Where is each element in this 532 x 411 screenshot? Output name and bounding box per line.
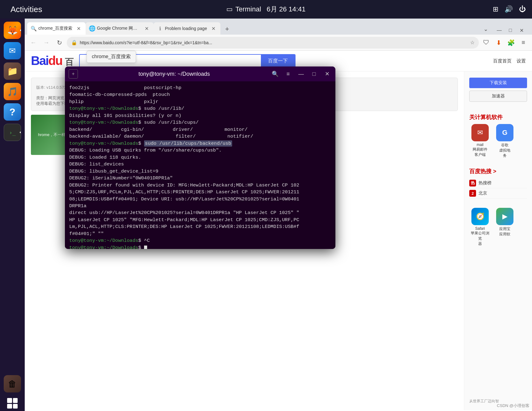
terminal-add-tab-icon[interactable]: + <box>69 69 78 79</box>
sidebar-google-label: 谷歌虚拟地务 <box>494 143 516 158</box>
trending-item-2[interactable]: 2 北京 <box>469 188 527 199</box>
tab-title-2: Google Chrome 网络浏览 <box>97 26 140 31</box>
appstore-glyph: ▶ <box>502 212 508 220</box>
term-highlight-9: sudo /usr/lib/cups/backend/usb <box>144 140 232 147</box>
active-indicator <box>20 30 21 31</box>
terminal-menu-button[interactable]: ≡ <box>283 69 293 79</box>
bookmark-star-icon[interactable]: ☆ <box>470 40 475 45</box>
address-bar[interactable]: 🔒 https://www.baidu.com/s?ie=utf-8&f=8&r… <box>67 37 479 49</box>
terminal-maximize-button[interactable]: □ <box>309 69 319 79</box>
appstore-icon: ▶ <box>496 208 513 225</box>
terminal-tab-icon: ▭ <box>226 5 233 13</box>
term-line-6: tony@tony-vm:~/Downloads$ sudo /usr/lib/… <box>69 119 331 126</box>
terminal-title-text: tony@tony-vm: ~/Downloads <box>82 71 267 77</box>
term-line-8: backend-available/ daemon/ filter/ notif… <box>69 133 331 140</box>
sidebar-appstore[interactable]: ▶ 应用宝应用软 <box>494 208 516 246</box>
tab-favicon-3: ℹ <box>157 26 163 31</box>
dock-icon-firefox[interactable]: 🦊 <box>4 22 21 39</box>
network-icon[interactable]: ⊞ <box>493 5 498 13</box>
google-glyph: G <box>502 129 507 137</box>
menu-button[interactable]: ≡ <box>518 37 529 48</box>
term-cmd-4: $ sudo /usr/lib/ <box>138 106 184 111</box>
browser-window-controls: — □ ✕ <box>491 26 530 35</box>
shield-button[interactable]: 🛡 <box>481 37 492 48</box>
term-cmd-24: $ <box>138 245 144 249</box>
extensions-button[interactable]: 🧩 <box>505 37 517 48</box>
trending-num-2: 2 <box>469 190 476 197</box>
music-icon: 🎵 <box>7 87 18 97</box>
baidu-search-button[interactable]: 百度一下 <box>261 55 295 67</box>
dock-icon-terminal[interactable]: ›_ <box>4 124 21 141</box>
term-line-12: DEBUG: list_devices <box>69 161 331 168</box>
baidu-settings-link[interactable]: 设置 <box>517 58 526 64</box>
browser-tabs-bar: 🔍 chrome_百度搜索 ✕ 🌐 Google Chrome 网络浏览 ✕ ℹ… <box>25 19 532 35</box>
browser-close-button[interactable]: ✕ <box>517 26 526 35</box>
term-line-20: HP LaserJet CP 1025" "MFG:Hewlett-Packar… <box>69 216 331 223</box>
new-tab-button[interactable]: + <box>222 24 233 35</box>
sidebar-download-button[interactable]: 下载安装 <box>469 78 527 88</box>
safari-glyph: 🧭 <box>476 212 484 220</box>
tab-title-1: chrome_百度搜索 <box>38 26 72 31</box>
dock-app-grid[interactable] <box>5 396 20 411</box>
terminal-body[interactable]: foo2zjs postscript-hp foomatic-db-compre… <box>65 81 335 249</box>
tab-tooltip: chrome_百度搜索 <box>87 51 136 63</box>
term-line-19: direct usb://HP/LaserJet%20CP%201025?ser… <box>69 209 331 216</box>
dock-icon-mail[interactable]: ✉ <box>4 42 21 59</box>
browser-maximize-button[interactable]: □ <box>506 26 515 35</box>
baidu-logo-bai: Bai <box>31 54 48 67</box>
top-bar-center: ▭ Terminal 6月 26 14:41 <box>226 5 305 14</box>
watermark: CSDN @小理创客 <box>497 403 530 409</box>
tab-dropdown-button[interactable]: ⌄ <box>480 24 491 35</box>
trending-text-1: 热搜榜 <box>479 180 492 186</box>
term-line-24: tony@tony-vm:~/Downloads$ <box>69 244 331 249</box>
terminal-close-button[interactable]: ✕ <box>322 69 332 79</box>
browser-tab-2[interactable]: 🌐 Google Chrome 网络浏览 ✕ <box>86 22 154 35</box>
baidu-home-link[interactable]: 百度首页 <box>493 58 512 64</box>
tab-close-2[interactable]: ✕ <box>143 25 150 32</box>
term-line-18: DRPR1a <box>69 203 331 209</box>
sidebar-trending-title: 百度热搜 > <box>469 168 527 175</box>
sidebar-accelerate-button[interactable]: 加速器 <box>469 91 527 102</box>
browser-toolbar: ← → ↻ 🔒 https://www.baidu.com/s?ie=utf-8… <box>25 35 532 51</box>
sidebar-download-section: 下载安装 加速器 <box>469 78 527 104</box>
terminal-search-button[interactable]: 🔍 <box>270 69 280 79</box>
tab-close-1[interactable]: ✕ <box>75 25 82 32</box>
term-line-10: DEBUG: Loading USB quirks from "/usr/sha… <box>69 147 331 154</box>
sidebar-mail-icon: ✉ <box>471 124 489 141</box>
browser-tab-1[interactable]: 🔍 chrome_百度搜索 ✕ <box>27 22 86 35</box>
sidebar-safari[interactable]: 🧭 Safari苹果公司浏览器 <box>469 208 491 246</box>
files-icon: 📁 <box>7 66 18 76</box>
dock-icon-help[interactable]: ? <box>4 103 21 121</box>
term-line-14: DEBUG2: iSerialNumber="0W0401DRPR1a" <box>69 175 331 182</box>
safari-icon: 🧭 <box>471 208 489 225</box>
browser-minimize-button[interactable]: — <box>495 26 504 35</box>
sidebar-software-mail[interactable]: ✉ mail网易邮件客户端 <box>469 124 491 158</box>
term-cmd-6: $ sudo /usr/lib/cups/ <box>138 120 198 125</box>
sidebar-software-title: 关计算机软件 <box>469 113 527 121</box>
browser-tab-3[interactable]: ℹ Problem loading page ✕ <box>154 22 220 35</box>
terminal-icon: ›_ <box>9 129 16 136</box>
dock-icon-files[interactable]: 📁 <box>4 62 21 80</box>
sidebar-software-section: 关计算机软件 ✉ mail网易邮件客户端 G <box>469 113 527 158</box>
term-line-15: DEBUG2: Printer found with device ID: MF… <box>69 182 331 189</box>
term-line-11: DEBUG: Loaded 118 quirks. <box>69 154 331 161</box>
dock-icon-music[interactable]: 🎵 <box>4 83 21 100</box>
dock-icon-trash[interactable]: 🗑 <box>4 375 21 392</box>
tab-close-3[interactable]: ✕ <box>210 25 217 32</box>
term-line-7: backend/ cgi-bin/ driver/ monitor/ <box>69 126 331 133</box>
address-text: https://www.baidu.com/s?ie=utf-8&f=8&rsv… <box>80 40 468 45</box>
download-button[interactable]: ⬇ <box>493 37 504 48</box>
forward-button[interactable]: → <box>41 37 52 48</box>
trending-item-1[interactable]: 热 热搜榜 <box>469 178 527 188</box>
volume-icon[interactable]: 🔊 <box>504 5 513 13</box>
refresh-button[interactable]: ↻ <box>54 37 65 48</box>
sidebar-software-google[interactable]: G 谷歌虚拟地务 <box>494 124 516 158</box>
term-line-9: tony@tony-vm:~/Downloads$ sudo /usr/lib/… <box>69 140 331 147</box>
activities-button[interactable]: Activities <box>6 3 47 16</box>
tab-title-3: Problem loading page <box>165 26 207 31</box>
terminal-tab-title: Terminal <box>235 5 261 13</box>
terminal-minimize-button[interactable]: — <box>296 69 306 79</box>
power-icon[interactable]: ⏻ <box>519 5 526 13</box>
desktop: 🦊 ✉ 📁 🎵 ? ›_ 🗑 <box>0 19 532 411</box>
back-button[interactable]: ← <box>28 37 39 48</box>
